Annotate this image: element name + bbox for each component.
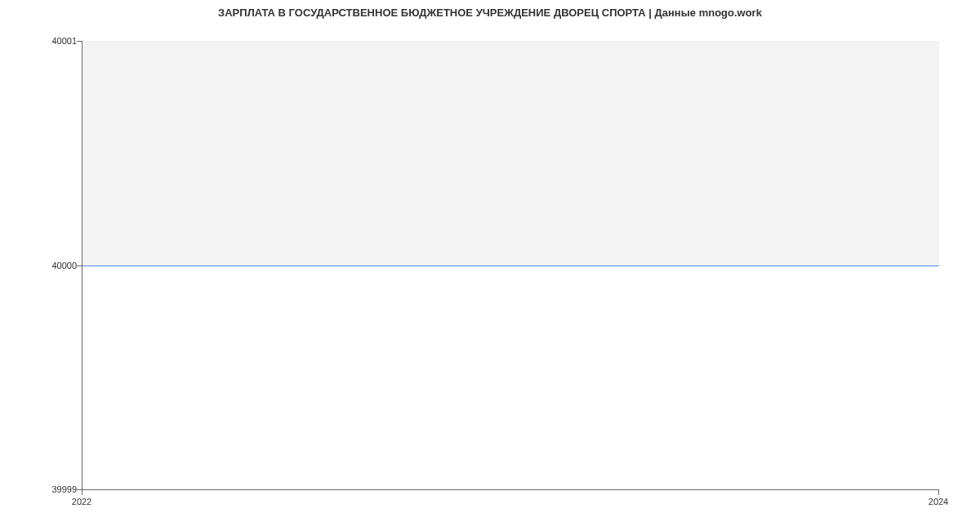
chart-title: ЗАРПЛАТА В ГОСУДАРСТВЕННОЕ БЮДЖЕТНОЕ УЧР… xyxy=(0,7,980,19)
x-tick xyxy=(82,490,82,495)
x-tick-label: 2022 xyxy=(72,497,91,506)
y-tick xyxy=(77,41,82,42)
y-tick-label: 39999 xyxy=(51,484,77,494)
y-tick-label: 40001 xyxy=(51,36,77,46)
y-tick xyxy=(77,266,82,266)
area-fill xyxy=(82,41,939,266)
x-tick-label: 2024 xyxy=(929,497,948,506)
data-line xyxy=(82,266,939,266)
y-tick-label: 40000 xyxy=(51,261,77,270)
plot-area xyxy=(82,41,939,490)
x-tick xyxy=(938,490,939,495)
